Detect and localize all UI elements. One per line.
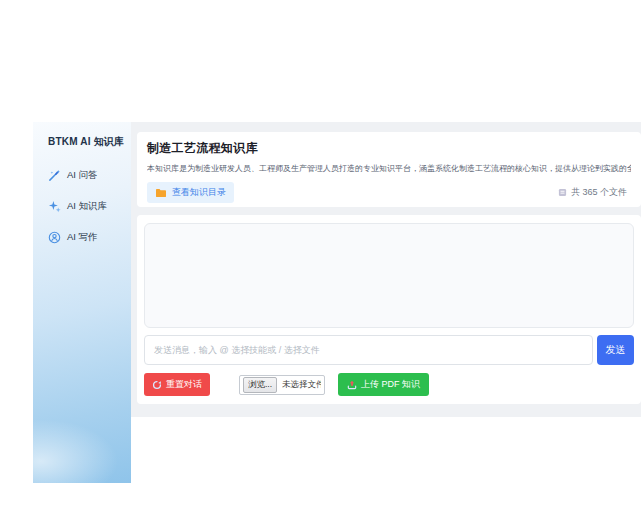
sidebar-item-label: AI 知识库: [67, 200, 107, 213]
message-input[interactable]: [144, 335, 593, 365]
reset-conversation-button[interactable]: 重置对话: [144, 373, 210, 396]
main-content: 制造工艺流程知识库 本知识库是为制造业研发人员、工程师及生产管理人员打造的专业知…: [131, 122, 641, 417]
sidebar-item-ai-qa[interactable]: AI 问答: [48, 167, 131, 184]
chat-input-row: 发送: [144, 335, 634, 365]
sparkles-icon: [48, 200, 61, 213]
header-actions-row: 查看知识目录 共 365 个文件: [147, 182, 631, 203]
upload-icon: [347, 380, 357, 390]
browse-button[interactable]: 浏览...: [243, 377, 277, 393]
app-window: BTKM AI 知识库 AI 问答: [33, 122, 641, 483]
reset-arrows-icon: [152, 380, 162, 390]
sidebar-item-ai-knowledge[interactable]: AI 知识库: [48, 198, 131, 215]
app-title: BTKM AI 知识库: [48, 135, 131, 149]
page-description: 本知识库是为制造业研发人员、工程师及生产管理人员打造的专业知识平台，涵盖系统化制…: [147, 163, 631, 174]
chat-messages-area: [144, 223, 634, 328]
sidebar-item-ai-writing[interactable]: AI 写作: [48, 229, 131, 246]
view-catalog-label: 查看知识目录: [172, 186, 226, 199]
knowledge-base-header-card: 制造工艺流程知识库 本知识库是为制造业研发人员、工程师及生产管理人员打造的专业知…: [137, 132, 641, 207]
file-input[interactable]: 浏览... 未选择文件。: [239, 375, 325, 395]
sidebar-menu: AI 问答 AI 知识库: [48, 167, 131, 246]
send-button[interactable]: 发送: [597, 335, 634, 365]
person-circle-icon: [48, 231, 61, 244]
files-count-label: 共 365 个文件: [571, 186, 627, 199]
sidebar-item-label: AI 问答: [67, 169, 98, 182]
chat-actions-row: 重置对话 浏览... 未选择文件。 上传 PDF 知识: [144, 373, 634, 396]
view-catalog-button[interactable]: 查看知识目录: [147, 182, 234, 203]
reset-conversation-label: 重置对话: [166, 378, 202, 391]
upload-pdf-label: 上传 PDF 知识: [361, 378, 420, 391]
upload-pdf-button[interactable]: 上传 PDF 知识: [338, 373, 429, 396]
page-title: 制造工艺流程知识库: [147, 140, 631, 157]
no-file-selected-label: 未选择文件。: [282, 379, 321, 391]
magic-wand-icon: [48, 169, 61, 182]
files-icon: [558, 188, 567, 197]
folder-icon: [155, 188, 167, 198]
sidebar-item-label: AI 写作: [67, 231, 98, 244]
sidebar: BTKM AI 知识库 AI 问答: [33, 122, 131, 483]
files-count: 共 365 个文件: [558, 186, 627, 199]
chat-card: 发送 重置对话 浏览... 未选择文件。: [137, 215, 641, 404]
